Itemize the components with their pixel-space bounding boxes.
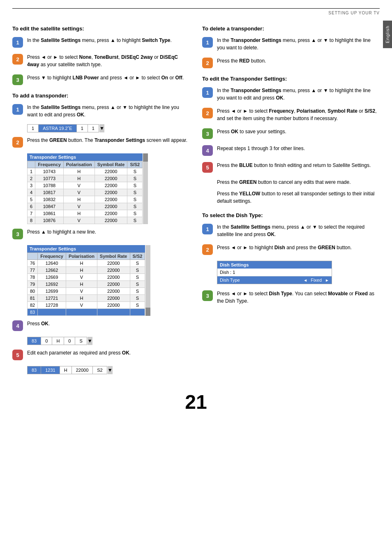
right-step-text-1: In the Transponder Settings menu, press … [217,37,380,51]
single-row-1: 1 ASTRA 19.2˚E 1 1 ▼ [27,124,190,132]
page-number: 21 [12,391,380,413]
sr3-col2: 1231 [41,366,60,374]
transponder-title-2: Transponder Settings [27,245,145,253]
right-s2-note1: Press the GREEN button to cancel any edi… [217,178,380,186]
right-s2-step-num-5: 5 [202,162,213,173]
transponder-title-1: Transponder Settings [27,153,143,161]
step-number-s2-3: 3 [12,229,23,239]
step-text-s2-5: Edit each parameter as required and pres… [27,349,190,357]
right-section2-heading: To edit the Transponder Settings: [202,76,380,82]
th-num-1 [28,161,35,168]
th-pol-1: Polarisation [63,161,95,168]
dish-arrow-left-icon[interactable]: ◄ [303,278,307,283]
right-s2-step-num-2: 2 [202,108,213,118]
dish-type-label: Dish Type [220,278,303,283]
scroll-thumb-1 [143,153,148,162]
single-row-table-2: 83 0 H 0 S [27,337,87,345]
step-number-3: 3 [12,74,23,85]
table-row: 7912692H22000S [28,281,145,288]
transponder-inner-2: Transponder Settings Frequency Polarisat… [27,245,145,316]
page-container: SETTING UP YOUR TV English To edit the s… [0,0,392,556]
side-tab-label: English [385,25,390,43]
step-text-s2-4: Press OK. [27,320,190,327]
sr2-col5: S [75,337,87,345]
table-row: 7612640H22000S [28,260,145,267]
sr2-col2: 0 [41,337,52,345]
step-text-1: In the Satellite Settings menu, press ▲ … [27,37,190,44]
section2-heading: To add a transponder: [12,93,190,99]
table-row: 510832H22000S [28,196,143,203]
scroll-indicator-3: ▼ [108,366,113,374]
step-number-2: 2 [12,54,23,65]
header-title: SETTING UP YOUR TV [328,11,380,15]
right-s2-step-text-4: Repeat steps 1 through 3 for other lines… [217,145,380,152]
sr2-col1: 83 [28,337,41,345]
left-s2-step2: 2 Press the GREEN button. The Transponde… [12,137,190,148]
right-s2-step-text-2: Press ◄ or ► to select Frequency, Polari… [217,107,380,122]
left-s2-step1: 1 In the Satellite Settings menu, press … [12,104,190,118]
step-number-s2-1: 1 [12,104,23,115]
table-row: 8112721H22000S [28,295,145,302]
transponder-table-2: Frequency Polarisation Symbol Rate S/S2 … [27,253,145,316]
right-s2-step-text-1: In the Transponder Settings menu, press … [217,87,380,102]
step-text-2: Press ◄ or ► to select None, ToneBurst, … [27,53,190,68]
sr1-col3: 1 [76,125,88,132]
right-s3-step1: 1 In the Satellite Settings menu, press … [202,223,380,238]
step-number-s2-4: 4 [12,320,23,331]
section1-heading: To edit the satellite settings: [12,25,190,32]
page-header: SETTING UP YOUR TV [12,8,380,17]
scroll-side-2 [145,245,150,316]
left-s1-step1: 1 In the Satellite Settings menu, press … [12,37,190,48]
single-row-2: 83 0 H 0 S ▼ [27,337,190,345]
single-row-3: 83 1231 H 22000 S2 ▼ [27,366,190,374]
right-column: To delete a transponder: 1 In the Transp… [202,25,380,378]
table-row: 7712662H22000S [28,267,145,274]
sr3-col5: S2 [93,366,107,374]
right-s3-step-text-2: Press ◄ or ► to highlight Dish and press… [217,244,380,251]
dish-type-row: Dish Type ◄ Fixed ► [217,276,332,284]
step-text-3: Press ▼ to highlight LNB Power and press… [27,74,190,81]
th-freq-2: Frequency [38,253,66,260]
dish-arrow-right-icon[interactable]: ► [325,278,329,283]
right-s2-step-text-3: Press OK to save your settings. [217,128,380,135]
right-step-number-2: 2 [202,58,213,68]
sr1-col2: ASTRA 19.2˚E [39,125,77,132]
table-row: 210773H22000S [28,175,143,182]
right-s3-step-num-3: 3 [202,290,213,301]
single-row-table-3: 83 1231 H 22000 S2 [27,366,107,374]
right-s3-step3: 3 Press ◄ or ► to select Dish Type. You … [202,290,380,305]
left-s1-step3: 3 Press ▼ to highlight LNB Power and pre… [12,74,190,85]
scroll-indicator-2: ▼ [88,337,92,345]
right-section1-heading: To delete a transponder: [202,25,380,32]
right-s2-note2: Press the YELLOW button to reset all tra… [217,190,380,205]
step-number-1: 1 [12,37,23,48]
right-s2-step-num-4: 4 [202,145,213,156]
right-step-number-1: 1 [202,37,213,48]
right-s3-step-num-1: 1 [202,224,213,234]
table-row: 8012699V22000S [28,288,145,295]
transponder-inner-1: Transponder Settings Frequency Polarisat… [27,153,143,224]
dish-label-row: Dish : 1 [217,269,332,276]
right-s3-step-num-2: 2 [202,244,213,255]
right-s2-step1: 1 In the Transponder Settings menu, pres… [202,87,380,102]
left-s2-step5: 5 Edit each parameter as required and pr… [12,349,190,360]
right-step-text-2: Press the RED button. [217,57,380,65]
right-s3-step-text-1: In the Satellite Settings menu, press ▲ … [217,223,380,238]
step-text-s2-1: In the Satellite Settings menu, press ▲ … [27,104,190,118]
right-s1-step1: 1 In the Transponder Settings menu, pres… [202,37,380,51]
right-s2-step4: 4 Repeat steps 1 through 3 for other lin… [202,145,380,156]
left-column: To edit the satellite settings: 1 In the… [12,25,190,378]
left-s2-step4: 4 Press OK. [12,320,190,331]
scroll-indicator-1: ▼ [99,124,104,132]
table-row: 8212728V22000S [28,302,145,309]
th-s-2: S/S2 [130,253,145,260]
step-number-s2-2: 2 [12,137,23,148]
sr2-col3: H [52,337,64,345]
right-s2-step5: 5 Press the BLUE button to finish editin… [202,162,380,173]
dish-settings-container: Dish Settings Dish : 1 Dish Type ◄ Fixed… [217,261,380,284]
th-sym-1: Symbol Rate [95,161,127,168]
right-s3-step-text-3: Press ◄ or ► to select Dish Type. You ca… [217,290,380,305]
th-s-1: S/S2 [127,161,143,168]
dish-settings-title: Dish Settings [217,261,332,269]
table-row: 710861H22000S [28,210,143,217]
